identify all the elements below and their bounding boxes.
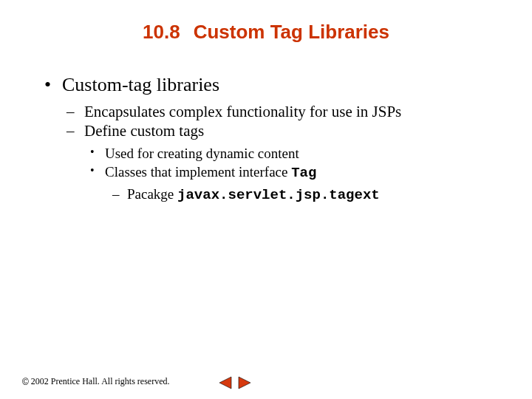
bullet-lvl3: Classes that implement interface Tag Pac…	[84, 163, 502, 205]
copyright-text: 2002 Prentice Hall. All rights reserved.	[31, 376, 170, 387]
slide: 10.8Custom Tag Libraries Custom-tag libr…	[0, 0, 532, 399]
code-text: javax.servlet.jsp.tagext	[177, 187, 380, 203]
bullet-lvl1: Custom-tag libraries Encapsulates comple…	[41, 74, 502, 205]
bullet-text: Pacakge	[127, 186, 177, 202]
footer-copyright: © 2002 Prentice Hall. All rights reserve…	[22, 376, 169, 387]
slide-body: Custom-tag libraries Encapsulates comple…	[41, 74, 502, 209]
code-text: Tag	[291, 165, 316, 181]
triangle-left-icon	[218, 375, 233, 390]
bullet-lvl2: Encapsulates complex functionality for u…	[62, 102, 502, 121]
bullet-text: Used for creating dynamic content	[105, 146, 299, 161]
section-number: 10.8	[143, 21, 180, 43]
nav-prev-button[interactable]	[218, 375, 233, 390]
bullet-text: Define custom tags	[84, 122, 204, 140]
triangle-right-icon	[237, 375, 252, 390]
bullet-lvl2: Define custom tags Used for creating dyn…	[62, 121, 502, 205]
svg-marker-1	[239, 377, 250, 389]
bullet-text: Encapsulates complex functionality for u…	[84, 103, 401, 120]
svg-marker-0	[219, 377, 231, 389]
nav-next-button[interactable]	[237, 375, 252, 390]
nav-controls	[218, 375, 252, 390]
bullet-text: Custom-tag libraries	[62, 74, 219, 95]
bullet-lvl3: Used for creating dynamic content	[84, 144, 502, 163]
title-text: Custom Tag Libraries	[194, 21, 389, 43]
bullet-text: Classes that implement interface	[105, 164, 291, 180]
bullet-lvl4: Pacakge javax.servlet.jsp.tagext	[105, 185, 502, 205]
copyright-symbol: ©	[22, 377, 29, 387]
slide-title: 10.8Custom Tag Libraries	[0, 21, 532, 44]
